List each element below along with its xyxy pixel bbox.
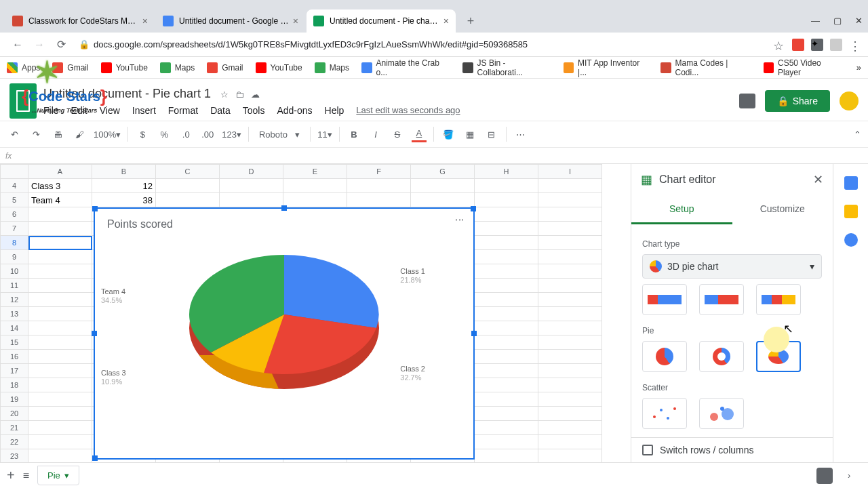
- chart-title[interactable]: Points scored: [95, 209, 473, 233]
- cell[interactable]: [475, 293, 538, 307]
- cell[interactable]: [220, 179, 283, 193]
- cell[interactable]: [475, 350, 538, 364]
- close-panel-icon[interactable]: ✕: [813, 172, 823, 187]
- cell[interactable]: [28, 279, 92, 293]
- cloud-icon[interactable]: ☁: [251, 89, 260, 100]
- cell[interactable]: [411, 179, 475, 193]
- sheet-tab[interactable]: Pie▾: [37, 466, 79, 485]
- decimal-dec-icon[interactable]: .0: [178, 126, 193, 142]
- text-color-icon[interactable]: A: [412, 126, 427, 142]
- cell[interactable]: [28, 378, 92, 392]
- bookmark[interactable]: Animate the Crab o...: [361, 58, 450, 77]
- calendar-icon[interactable]: [844, 176, 858, 190]
- new-tab-button[interactable]: +: [461, 12, 480, 30]
- cell[interactable]: [28, 435, 92, 449]
- chart-thumb-bubble[interactable]: [699, 398, 744, 429]
- cell[interactable]: [475, 236, 538, 250]
- cell[interactable]: [28, 250, 92, 264]
- row-header[interactable]: 13: [0, 307, 28, 321]
- chart-thumb-scatter[interactable]: [642, 398, 687, 429]
- reload-icon[interactable]: ⟳: [53, 37, 69, 53]
- row-header[interactable]: 10: [0, 264, 28, 279]
- browser-tab[interactable]: Classwork for CodeStars Mathen ×: [5, 9, 155, 33]
- cell[interactable]: [538, 193, 602, 207]
- cell[interactable]: [475, 449, 538, 462]
- cell[interactable]: [538, 264, 602, 279]
- row-header[interactable]: 15: [0, 336, 28, 350]
- tasks-icon[interactable]: [844, 233, 858, 247]
- collapse-toolbar-icon[interactable]: ⌃: [854, 129, 861, 140]
- cell[interactable]: [475, 222, 538, 236]
- more-formats[interactable]: 123▾: [222, 126, 241, 142]
- cell[interactable]: [475, 392, 538, 407]
- cell[interactable]: [28, 307, 92, 321]
- font-size[interactable]: 11 ▾: [317, 126, 332, 142]
- cell[interactable]: [283, 193, 347, 207]
- cell[interactable]: [475, 193, 538, 207]
- cell[interactable]: [220, 193, 283, 207]
- cell[interactable]: [475, 207, 538, 222]
- col-header[interactable]: G: [411, 164, 475, 179]
- cell[interactable]: [475, 179, 538, 193]
- row-header[interactable]: 23: [0, 449, 28, 462]
- cell[interactable]: Class 3: [28, 179, 92, 193]
- row-header[interactable]: 4: [0, 179, 28, 193]
- cell[interactable]: [475, 336, 538, 350]
- cell[interactable]: [156, 193, 220, 207]
- currency-icon[interactable]: $: [135, 126, 150, 142]
- cell[interactable]: [28, 236, 92, 250]
- italic-icon[interactable]: I: [368, 126, 383, 142]
- cell[interactable]: 38: [92, 193, 156, 207]
- col-header[interactable]: E: [283, 164, 347, 179]
- cell[interactable]: [28, 449, 92, 462]
- cell[interactable]: [28, 421, 92, 435]
- star-icon[interactable]: ☆: [220, 89, 229, 100]
- maximize-icon[interactable]: ▢: [833, 16, 842, 26]
- last-edit[interactable]: Last edit was seconds ago: [356, 105, 460, 116]
- bold-icon[interactable]: B: [347, 126, 361, 142]
- checkbox-icon[interactable]: [642, 445, 653, 455]
- bookmark[interactable]: MIT App Inventor |...: [564, 58, 649, 77]
- row-header[interactable]: 7: [0, 222, 28, 236]
- bookmark[interactable]: Maps: [160, 62, 195, 73]
- chart-thumb-pie[interactable]: [642, 341, 687, 372]
- extensions-icon[interactable]: ✦: [811, 39, 823, 51]
- font-select[interactable]: Roboto▾: [256, 127, 303, 142]
- tab-customize[interactable]: Customize: [732, 195, 833, 224]
- cell[interactable]: [538, 449, 602, 462]
- cell[interactable]: [538, 307, 602, 321]
- ext-icon[interactable]: [830, 39, 842, 51]
- bookmark[interactable]: Gmail: [207, 62, 243, 73]
- row-header[interactable]: 11: [0, 279, 28, 293]
- cell[interactable]: [538, 321, 602, 336]
- resize-handle[interactable]: [92, 331, 97, 336]
- chart-thumb-bar[interactable]: [756, 284, 801, 315]
- bookmark[interactable]: CS50 Video Player: [764, 58, 844, 77]
- row-header[interactable]: 14: [0, 321, 28, 336]
- cell[interactable]: [156, 179, 220, 193]
- tab-close-icon[interactable]: ×: [293, 16, 298, 26]
- cell[interactable]: [538, 293, 602, 307]
- col-header[interactable]: B: [92, 164, 156, 179]
- move-icon[interactable]: 🗀: [235, 89, 244, 100]
- browser-tab-active[interactable]: Untitled document - Pie chart 1 ×: [307, 9, 456, 33]
- row-header[interactable]: 22: [0, 435, 28, 449]
- chart-type-dropdown[interactable]: 3D pie chart ▾: [642, 254, 822, 279]
- cell[interactable]: [538, 207, 602, 222]
- add-sheet-icon[interactable]: +: [7, 468, 15, 483]
- row-header[interactable]: 21: [0, 421, 28, 435]
- cell[interactable]: [283, 179, 347, 193]
- forward-icon[interactable]: →: [31, 37, 47, 53]
- row-header[interactable]: 20: [0, 407, 28, 421]
- chart-thumb-donut[interactable]: [699, 341, 744, 372]
- tab-setup[interactable]: Setup: [631, 195, 732, 224]
- cell[interactable]: [28, 207, 92, 222]
- cell[interactable]: [538, 250, 602, 264]
- cell[interactable]: [411, 193, 475, 207]
- resize-handle[interactable]: [471, 331, 477, 336]
- cell[interactable]: [28, 392, 92, 407]
- cell[interactable]: [538, 279, 602, 293]
- cell[interactable]: [347, 193, 411, 207]
- menu-icon[interactable]: ⋮: [849, 39, 861, 51]
- formula-bar[interactable]: fx: [0, 148, 868, 164]
